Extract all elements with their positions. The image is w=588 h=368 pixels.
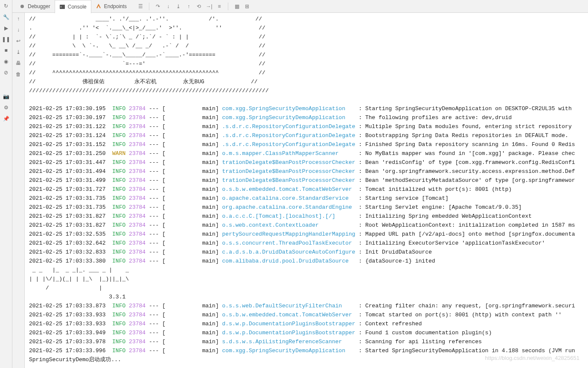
pause-icon[interactable]: ❚❚ [3, 36, 9, 43]
bug-icon [19, 3, 25, 9]
left-gutter-1: ↻ 🔧 ▶ ❚❚ ■ ◉ ⊘ 📷 ⚙ 📌 [0, 0, 12, 368]
step-over-icon[interactable]: ↷ [154, 3, 161, 10]
tool-window-tabbar: Debugger Console Endpoints ☰ ↷ ↓ ⤓ ↑ ⟲ →… [12, 0, 588, 13]
grid-icon[interactable]: ▦ [233, 3, 240, 10]
svg-rect-1 [60, 5, 65, 9]
console-icon [59, 4, 65, 10]
tab-label: Console [68, 4, 87, 10]
watermark: https://blog.csdn.net/weixin_42825651 [485, 355, 579, 361]
tab-debugger[interactable]: Debugger [15, 0, 55, 13]
run-to-cursor-icon[interactable]: →| [206, 3, 212, 10]
force-step-into-icon[interactable]: ⤓ [175, 3, 182, 10]
evaluate-icon[interactable]: ≡ [216, 3, 223, 10]
tab-label: Debugger [28, 3, 50, 9]
settings-grid-icon[interactable]: ⊞ [244, 3, 250, 10]
pin-icon[interactable]: 📌 [3, 115, 9, 122]
tab-endpoints[interactable]: Endpoints [91, 0, 131, 13]
mute-breakpoints-icon[interactable]: ⊘ [3, 69, 9, 76]
clear-all-icon[interactable]: 🗑 [15, 71, 22, 78]
tab-console[interactable]: Console [55, 0, 91, 13]
soft-wrap-icon[interactable]: ↩ [15, 38, 22, 44]
separator [149, 3, 149, 10]
endpoints-icon [96, 3, 102, 9]
console-text: // ____'. .'/___. .'.-''. /'. // . .'' '… [29, 15, 584, 364]
scroll-to-end-icon[interactable]: ⤓ [15, 49, 22, 55]
toolbar-icons: ☰ ↷ ↓ ⤓ ↑ ⟲ →| ≡ ▦ ⊞ [137, 3, 250, 10]
console-output[interactable]: // ____'. .'/___. .'.-''. /'. // . .'' '… [25, 13, 588, 368]
step-out-icon[interactable]: ↑ [185, 3, 192, 10]
scroll-up-icon[interactable]: ↑ [15, 15, 22, 22]
modify-run-icon[interactable]: 🔧 [3, 14, 9, 20]
left-gutter-2: ↑ ↓ ↩ ⤓ 🖶 🗑 [12, 13, 25, 368]
camera-icon[interactable]: 📷 [3, 93, 9, 100]
settings-icon[interactable]: ⚙ [3, 104, 9, 111]
print-icon[interactable]: 🖶 [15, 60, 22, 67]
layout-icon[interactable]: ☰ [137, 3, 144, 10]
svg-point-0 [20, 5, 24, 8]
tab-label: Endpoints [104, 3, 127, 9]
drop-frame-icon[interactable]: ⟲ [195, 3, 202, 10]
resume-icon[interactable]: ▶ [3, 25, 9, 32]
step-into-icon[interactable]: ↓ [165, 3, 172, 10]
view-breakpoints-icon[interactable]: ◉ [3, 58, 9, 65]
rerun-icon[interactable]: ↻ [3, 3, 9, 9]
stop-icon[interactable]: ■ [3, 47, 9, 54]
scroll-down-icon[interactable]: ↓ [15, 26, 22, 33]
separator [228, 3, 228, 10]
